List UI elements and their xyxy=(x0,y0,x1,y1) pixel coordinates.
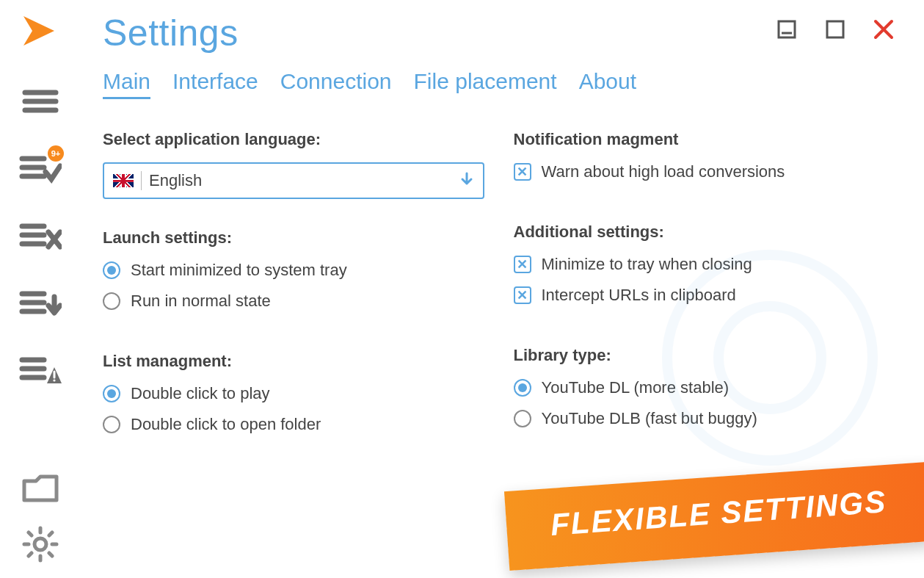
flag-uk-icon xyxy=(113,174,134,187)
option-label: YouTube DL (more stable) xyxy=(542,378,730,397)
additional-intercept-option[interactable]: ✕ Intercept URLs in clipboard xyxy=(514,286,895,305)
tab-about[interactable]: About xyxy=(579,69,636,99)
sidebar-settings-icon[interactable] xyxy=(18,527,62,562)
svg-point-18 xyxy=(53,379,55,381)
language-value: English xyxy=(141,171,452,190)
radio-selected-icon xyxy=(514,379,531,397)
app-logo-icon xyxy=(19,13,62,51)
tabs: Main Interface Connection File placement… xyxy=(103,69,895,99)
main-panel: Settings Main Interface Connection File … xyxy=(81,0,924,578)
launch-option-minimized[interactable]: Start minimized to system tray xyxy=(103,261,484,280)
svg-point-19 xyxy=(34,538,46,550)
library-section: Library type: YouTube DL (more stable) Y… xyxy=(514,346,895,440)
list-option-folder[interactable]: Double click to open folder xyxy=(103,415,484,434)
radio-unselected-icon xyxy=(103,416,120,433)
option-label: Double click to open folder xyxy=(131,415,321,434)
radio-unselected-icon xyxy=(514,410,531,427)
list-option-play[interactable]: Double click to play xyxy=(103,384,484,403)
radio-unselected-icon xyxy=(103,292,120,310)
sidebar-completed-icon[interactable]: 9+ xyxy=(18,151,62,187)
language-select[interactable]: English xyxy=(103,162,484,199)
launch-title: Launch settings: xyxy=(103,228,484,248)
notify-title: Notification magment xyxy=(514,130,895,149)
sidebar-failed-icon[interactable] xyxy=(18,219,62,254)
option-label: Start minimized to system tray xyxy=(131,261,347,280)
tab-main[interactable]: Main xyxy=(103,69,150,99)
maximize-button[interactable] xyxy=(824,18,846,40)
sidebar-downloading-icon[interactable] xyxy=(18,286,62,322)
svg-rect-20 xyxy=(779,21,795,37)
notify-warn-option[interactable]: ✕ Warn about high load conversions xyxy=(514,162,895,181)
promo-banner: FLEXIBLE SETTINGS xyxy=(504,462,924,571)
tab-interface[interactable]: Interface xyxy=(172,69,258,99)
sidebar-menu-icon[interactable] xyxy=(18,84,62,119)
library-option-dl[interactable]: YouTube DL (more stable) xyxy=(514,378,895,397)
option-label: Run in normal state xyxy=(131,292,271,311)
option-label: Warn about high load conversions xyxy=(542,162,785,181)
additional-section: Additional settings: ✕ Minimize to tray … xyxy=(514,223,895,317)
launch-option-normal[interactable]: Run in normal state xyxy=(103,292,484,311)
additional-title: Additional settings: xyxy=(514,223,895,242)
sidebar-folder-icon[interactable] xyxy=(18,471,62,506)
language-section: Select application language: English xyxy=(103,130,484,199)
list-title: List managment: xyxy=(103,352,484,371)
language-title: Select application language: xyxy=(103,130,484,149)
close-button[interactable] xyxy=(873,18,895,40)
additional-minimize-option[interactable]: ✕ Minimize to tray when closing xyxy=(514,255,895,274)
launch-section: Launch settings: Start minimized to syst… xyxy=(103,228,484,322)
chevron-down-icon xyxy=(459,172,474,189)
option-label: Double click to play xyxy=(131,384,270,403)
tab-file-placement[interactable]: File placement xyxy=(414,69,557,99)
radio-selected-icon xyxy=(103,385,120,402)
library-option-dlb[interactable]: YouTube DLB (fast but buggy) xyxy=(514,409,895,428)
sidebar-warning-icon[interactable] xyxy=(18,354,62,389)
window-controls xyxy=(776,18,895,40)
page-title: Settings xyxy=(103,12,239,54)
minimize-button[interactable] xyxy=(776,18,798,40)
checkbox-checked-icon: ✕ xyxy=(514,286,531,304)
option-label: Intercept URLs in clipboard xyxy=(542,286,736,305)
library-title: Library type: xyxy=(514,346,895,365)
sidebar-badge: 9+ xyxy=(48,145,64,162)
option-label: YouTube DLB (fast but buggy) xyxy=(542,409,757,428)
svg-rect-22 xyxy=(827,21,843,37)
tab-connection[interactable]: Connection xyxy=(280,69,392,99)
checkbox-checked-icon: ✕ xyxy=(514,256,531,273)
checkbox-checked-icon: ✕ xyxy=(514,163,531,181)
option-label: Minimize to tray when closing xyxy=(542,255,752,274)
sidebar: 9+ xyxy=(0,0,81,578)
list-section: List managment: Double click to play Dou… xyxy=(103,352,484,446)
radio-selected-icon xyxy=(103,261,120,279)
notify-section: Notification magment ✕ Warn about high l… xyxy=(514,130,895,193)
